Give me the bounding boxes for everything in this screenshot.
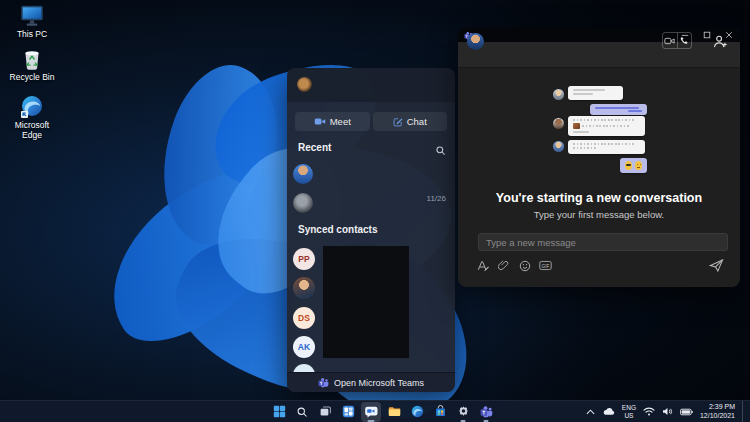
widgets-icon [342, 405, 355, 418]
show-desktop-button[interactable] [742, 401, 745, 422]
audio-call-icon [680, 36, 689, 45]
file-explorer-icon [388, 405, 401, 418]
task-view-icon [319, 405, 332, 418]
chat-button[interactable]: Chat [373, 112, 448, 131]
gear-icon [457, 405, 470, 418]
battery-icon[interactable] [680, 408, 693, 416]
desktop-icon-recycle-bin[interactable]: Recycle Bin [6, 47, 58, 83]
contact-avatar-initials[interactable]: AK [293, 336, 315, 358]
desktop: This PC Recycle Bin Microsoft Edge [0, 0, 750, 422]
illustration-message [568, 116, 645, 136]
chat-contact-avatar[interactable] [467, 33, 484, 50]
edge-icon [19, 95, 45, 119]
teams-logo-icon [318, 377, 329, 388]
meet-button[interactable]: Meet [295, 112, 370, 131]
start-button[interactable] [269, 402, 289, 422]
teams-mini-window: Meet Chat Recent 11/26 Synced contacts P… [287, 68, 455, 392]
task-view-button[interactable] [315, 402, 335, 422]
compose-icon [393, 117, 403, 127]
chat-window-titlebar[interactable] [458, 28, 740, 42]
edge-icon [411, 405, 424, 418]
user-avatar[interactable] [297, 77, 312, 92]
illustration-message [568, 86, 623, 100]
chat-button-label: Chat [407, 116, 427, 127]
language-line1: ENG [622, 404, 636, 411]
message-input[interactable] [478, 233, 728, 251]
chat-camera-icon [364, 405, 378, 418]
open-microsoft-teams-link[interactable]: Open Microsoft Teams [287, 372, 455, 392]
contact-avatar-initials[interactable]: PP [293, 248, 315, 270]
recent-timestamp: 11/26 [427, 194, 446, 203]
onedrive-cloud-icon[interactable] [602, 407, 615, 416]
svg-text:GIF: GIF [541, 264, 549, 269]
taskbar-search-button[interactable] [292, 402, 312, 422]
recent-contact-avatar[interactable] [293, 164, 313, 184]
format-icon[interactable] [476, 259, 489, 272]
video-call-button[interactable] [663, 33, 677, 48]
edge-browser-button[interactable] [407, 402, 427, 422]
taskbar: ENG US 2:39 PM 12/10/2021 [0, 400, 750, 422]
emoji-picker-icon[interactable] [518, 259, 531, 272]
illustration-avatar [553, 141, 564, 152]
empty-state-subtitle: Type your first message below. [458, 209, 740, 220]
this-pc-icon [19, 4, 45, 28]
illustration-emoji-message [620, 158, 647, 173]
empty-state-title: You're starting a new conversation [458, 191, 740, 205]
meet-button-label: Meet [330, 116, 351, 127]
store-icon [434, 405, 447, 418]
contact-initials: AK [298, 342, 310, 352]
teams-app-button[interactable] [476, 402, 496, 422]
desktop-icon-this-pc[interactable]: This PC [6, 4, 58, 40]
search-icon[interactable] [435, 142, 446, 153]
teams-chat-window: You're starting a new conversation Type … [458, 28, 740, 287]
settings-button[interactable] [453, 402, 473, 422]
illustration-image-chip [573, 123, 580, 129]
call-button-group [662, 32, 692, 49]
emoji-sunglasses-icon [625, 161, 632, 170]
illustration-avatar [553, 118, 564, 129]
add-people-icon [713, 35, 728, 48]
desktop-icon-label: Recycle Bin [10, 73, 55, 83]
maximize-icon[interactable] [702, 30, 712, 40]
wifi-icon[interactable] [643, 407, 655, 416]
recent-contact-avatar[interactable] [293, 193, 313, 213]
illustration-avatar [553, 89, 564, 100]
file-explorer-button[interactable] [384, 402, 404, 422]
meet-camera-icon [314, 117, 326, 126]
open-teams-label: Open Microsoft Teams [334, 378, 424, 388]
microsoft-store-button[interactable] [430, 402, 450, 422]
chat-header [458, 42, 740, 68]
taskbar-clock[interactable]: 2:39 PM 12/10/2021 [700, 403, 735, 420]
video-call-icon [664, 37, 675, 45]
windows-start-icon [273, 405, 286, 418]
contact-avatar-photo[interactable] [293, 277, 315, 299]
desktop-icon-label: This PC [17, 30, 47, 40]
search-icon [296, 406, 308, 418]
tray-chevron-up-icon[interactable] [586, 409, 595, 415]
desktop-icon-microsoft-edge[interactable]: Microsoft Edge [6, 95, 58, 141]
contact-initials: PP [298, 254, 309, 264]
illustration-message [568, 140, 645, 154]
volume-icon[interactable] [662, 407, 673, 416]
language-indicator[interactable]: ENG US [622, 404, 636, 418]
clock-time: 2:39 PM [709, 403, 735, 411]
clock-date: 12/10/2021 [700, 412, 735, 420]
redacted-contact-names [323, 246, 409, 358]
gif-icon[interactable]: GIF [539, 259, 552, 272]
illustration-message-sent [590, 104, 647, 115]
synced-contacts-header: Synced contacts [298, 224, 377, 235]
teams-logo-icon [480, 405, 493, 418]
attach-icon[interactable] [497, 259, 510, 272]
recent-section-header: Recent [298, 142, 331, 153]
chat-app-button[interactable] [361, 402, 381, 422]
contact-avatar-initials[interactable]: DS [293, 307, 315, 329]
recycle-bin-icon [19, 47, 45, 71]
emoji-neutral-icon [635, 161, 642, 170]
audio-call-button[interactable] [677, 33, 692, 48]
mini-window-header[interactable] [287, 68, 455, 102]
desktop-icon-label: Microsoft Edge [6, 121, 58, 141]
widgets-button[interactable] [338, 402, 358, 422]
send-message-icon[interactable] [709, 258, 724, 272]
add-people-button[interactable] [713, 34, 728, 48]
language-line2: US [624, 412, 633, 419]
